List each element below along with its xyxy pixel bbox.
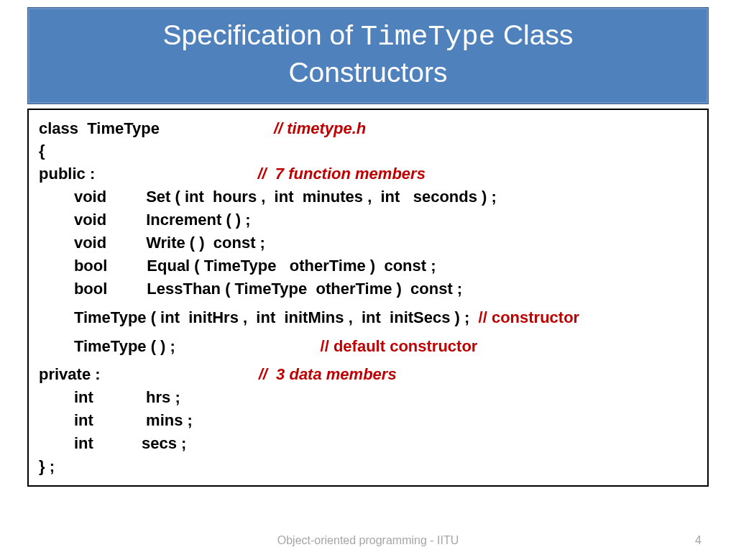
code-line: int mins ;: [39, 409, 697, 432]
code-text: TimeType ( ) ;: [39, 337, 321, 355]
title-part2: Class: [495, 19, 573, 50]
code-comment: // 3 data members: [259, 365, 397, 383]
footer-text: Object-oriented programming - IITU: [0, 534, 736, 547]
title-classname: TimeType: [361, 22, 495, 53]
code-comment: // 7 function members: [257, 165, 426, 183]
code-line: void Set ( int hours , int minutes , int…: [39, 185, 697, 208]
code-comment: // timetype.h: [274, 119, 366, 137]
code-line: bool LessThan ( TimeType otherTime ) con…: [39, 277, 697, 300]
slide-title: Specification of TimeType Class Construc…: [35, 18, 701, 91]
code-text: private :: [39, 365, 259, 383]
code-line: TimeType ( int initHrs , int initMins , …: [39, 306, 697, 329]
code-text: public :: [39, 165, 257, 183]
code-comment: // default constructor: [321, 337, 478, 355]
page-number: 4: [695, 534, 702, 547]
code-box: class TimeType // timetype.h { public : …: [27, 109, 709, 487]
code-line: void Increment ( ) ;: [39, 208, 697, 231]
spacer: [39, 357, 697, 363]
title-bar: Specification of TimeType Class Construc…: [27, 7, 709, 104]
code-line: TimeType ( ) ; // default constructor: [39, 335, 697, 358]
code-line: class TimeType // timetype.h: [39, 117, 697, 140]
code-text: class TimeType: [39, 119, 274, 137]
code-line: public : // 7 function members: [39, 162, 697, 185]
code-line: int hrs ;: [39, 386, 697, 409]
code-line: bool Equal ( TimeType otherTime ) const …: [39, 254, 697, 277]
code-comment: // constructor: [479, 308, 580, 326]
title-part1: Specification of: [163, 19, 361, 50]
title-line2: Constructors: [288, 57, 447, 88]
code-text: TimeType ( int initHrs , int initMins , …: [39, 308, 479, 326]
spacer: [39, 300, 697, 306]
code-line: } ;: [39, 455, 697, 478]
code-line: int secs ;: [39, 432, 697, 455]
slide-container: Specification of TimeType Class Construc…: [0, 0, 736, 560]
code-line: {: [39, 139, 697, 162]
spacer: [39, 329, 697, 335]
code-line: private : // 3 data members: [39, 363, 697, 386]
code-line: void Write ( ) const ;: [39, 231, 697, 254]
